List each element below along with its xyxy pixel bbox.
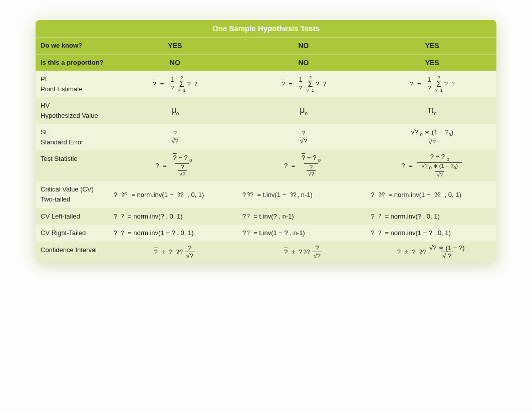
header-row-proportion: Is this a proportion? NO NO YES — [36, 54, 496, 71]
table-title: One Sample Hypothesis Tests — [36, 20, 496, 37]
cell-pe-1: ? = 1? ?Σ?=1 ? ? — [111, 71, 239, 97]
label-ci: Confidence Interval — [36, 242, 111, 263]
label-cvL: CV Left-tailed — [36, 208, 111, 225]
header-prop-col2: NO — [239, 55, 368, 71]
label-hv: HV Hypothesized Value — [36, 97, 111, 124]
cell-ci-2: ? ± ??⁄? ?√? — [239, 242, 368, 263]
table-body: PE Point Estimate ? = 1? ?Σ?=1 ? ? ? = 1… — [36, 71, 496, 263]
cell-cv2-2: ??⁄? = t.inv(1 − ?⁄2 , n-1) — [239, 181, 368, 208]
cell-se-2: ?√? — [239, 124, 368, 150]
cell-cvR-2: ?? = t.inv(1 − ? , n-1) — [239, 225, 368, 242]
row-standard-error: SE Standard Error ?√? ?√? √? 0 ∗ (1 − ?0… — [36, 124, 496, 150]
row-cv-left: CV Left-tailed ? ? = norm.inv(? , 0, 1) … — [36, 208, 496, 225]
cell-cvL-1: ? ? = norm.inv(? , 0, 1) — [111, 208, 239, 225]
header-know-col3: YES — [368, 38, 496, 54]
cell-hv-1: μ0 — [111, 97, 239, 124]
cell-pe-3: ? = 1? ?Σ?=1 ? ? — [368, 71, 496, 97]
header-know-col2: NO — [239, 38, 368, 54]
header-prop-col1: NO — [111, 55, 239, 71]
row-point-estimate: PE Point Estimate ? = 1? ?Σ?=1 ? ? ? = 1… — [36, 71, 496, 97]
cell-ts-2: ? = ? − ? 0 ?√? — [239, 150, 368, 181]
row-confidence-interval: Confidence Interval ? ± ? ?⁄? ?√? ? ± ??… — [36, 242, 496, 263]
cell-ts-1: ? = ? − ? 0 ?√? — [111, 150, 239, 181]
cell-cvR-3: ? ? = norm.inv(1 − ? , 0, 1) — [368, 225, 496, 242]
header-prop-col3: YES — [368, 55, 496, 71]
header-label-prop: Is this a proportion? — [36, 55, 111, 71]
cell-cv2-1: ? ?⁄? = norm.inv(1 − ?⁄2 , 0, 1) — [111, 181, 239, 208]
label-se: SE Standard Error — [36, 124, 111, 150]
cell-se-3: √? 0 ∗ (1 − ?0) √? — [368, 124, 496, 150]
cell-ci-3: ? ± ? ?⁄? √? ∗ (1 − ?) √ ? — [368, 242, 496, 263]
cell-ci-1: ? ± ? ?⁄? ?√? — [111, 242, 239, 263]
cell-cvL-3: ? ? = norm.inv(? , 0, 1) — [368, 208, 496, 225]
cell-hv-3: π0 — [368, 97, 496, 124]
row-test-statistic: Test Statistic ? = ? − ? 0 ?√? ? = ? − ?… — [36, 150, 496, 181]
cell-pe-2: ? = 1? ?Σ?=1 ? ? — [239, 71, 368, 97]
cell-cvL-2: ?? = t.inv(? , n-1) — [239, 208, 368, 225]
cell-cv2-3: ? ?⁄? = norm.inv(1 − ?⁄2 , 0, 1) — [368, 181, 496, 208]
label-ts: Test Statistic — [36, 150, 111, 181]
header-row-know: Do we know? YES NO YES — [36, 37, 496, 54]
label-cv2: Critical Value (CV) Two-tailed — [36, 181, 111, 208]
cell-cvR-1: ? ? = norm.inv(1 − ? , 0, 1) — [111, 225, 239, 242]
cell-se-1: ?√? — [111, 124, 239, 150]
cell-ts-3: ? = ? − ? 0 √? 0 ∗ (1 − ?0)√? — [368, 150, 496, 181]
header-label-know: Do we know? — [36, 38, 111, 54]
header-know-col1: YES — [111, 38, 239, 54]
row-cv-two-tailed: Critical Value (CV) Two-tailed ? ?⁄? = n… — [36, 181, 496, 208]
cell-hv-2: μ0 — [239, 97, 368, 124]
row-cv-right: CV Right-Tailed ? ? = norm.inv(1 − ? , 0… — [36, 225, 496, 242]
label-cvR: CV Right-Tailed — [36, 225, 111, 242]
label-pe: PE Point Estimate — [36, 71, 111, 97]
hypothesis-tests-table: One Sample Hypothesis Tests Do we know? … — [36, 20, 496, 263]
row-hypothesized-value: HV Hypothesized Value μ0 μ0 π0 — [36, 97, 496, 124]
